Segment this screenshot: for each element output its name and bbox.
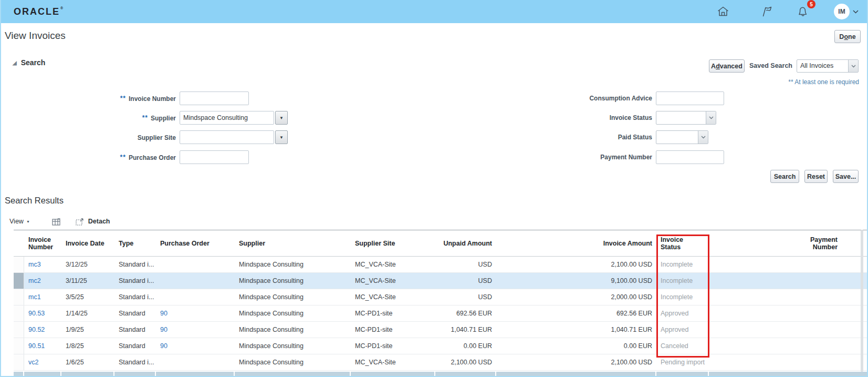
view-invoices-page: ORACLE® 5 IM View Invoices Done ◢: [0, 0, 868, 377]
invoice-number-input[interactable]: [180, 91, 249, 105]
supplier-site-dropdown-button[interactable]: ▼: [275, 130, 288, 144]
cell-supplier: Mindspace Consulting: [235, 338, 351, 354]
payment-number-input[interactable]: [656, 150, 724, 164]
search-results-title: Search Results: [5, 196, 64, 206]
supplier-dropdown-button[interactable]: ▼: [275, 111, 288, 125]
chevron-down-icon[interactable]: [706, 111, 716, 124]
cell-invoice-number[interactable]: vc2: [24, 354, 61, 370]
home-icon[interactable]: [715, 4, 731, 19]
dropdown-arrow-icon: ▼: [279, 135, 284, 140]
notifications-bell-icon[interactable]: 5: [795, 4, 811, 19]
column-header-invoice-amount[interactable]: Invoice Amount: [496, 230, 656, 256]
row-selector[interactable]: [14, 289, 24, 305]
cell-unpaid-amount: USD: [435, 273, 496, 289]
cell-supplier-site: MC-PD1-site: [351, 322, 435, 338]
table-row[interactable]: 90.521/9/25Standard90Mindspace Consultin…: [14, 322, 868, 338]
cell-invoice-number[interactable]: 90.52: [24, 322, 61, 338]
avatar[interactable]: IM: [834, 4, 850, 19]
supplier-input[interactable]: [180, 111, 274, 125]
column-header-invoice-status[interactable]: Invoice Status: [656, 230, 709, 256]
query-by-example-icon[interactable]: [52, 218, 61, 226]
done-button[interactable]: Done: [834, 30, 861, 43]
table-scrollbar[interactable]: [861, 230, 863, 372]
cell-purchase-order[interactable]: 90: [156, 305, 235, 321]
collapse-triangle-icon: ◢: [13, 60, 17, 66]
column-header-unpaid-amount[interactable]: Unpaid Amount: [435, 230, 496, 256]
cell-unpaid-amount: 1,040.71 EUR: [435, 322, 496, 338]
invoice-status-label: Invoice Status: [541, 111, 652, 125]
cell-invoice-date: 1/14/25: [61, 305, 114, 321]
user-menu[interactable]: IM: [834, 4, 859, 19]
advanced-button[interactable]: Advanced: [709, 59, 745, 73]
column-header-supplier-site[interactable]: Supplier Site: [351, 230, 435, 256]
table-row[interactable]: 90.511/8/25Standard90Mindspace Consultin…: [14, 338, 868, 354]
row-selector[interactable]: [14, 257, 24, 272]
cell-payment-number: [709, 257, 868, 272]
flag-icon[interactable]: [759, 4, 775, 19]
cell-payment-number: [709, 354, 868, 370]
results-toolbar: View ▼ Detach: [9, 216, 110, 227]
chevron-down-icon[interactable]: [698, 131, 708, 144]
table-row[interactable]: mc33/12/25Standard i...Mindspace Consult…: [14, 257, 868, 273]
column-header-type[interactable]: Type: [114, 230, 156, 256]
selector-column-header: [14, 230, 24, 256]
consumption-advice-input[interactable]: [656, 91, 724, 105]
paid-status-select[interactable]: [656, 130, 708, 144]
horizontal-scroll-band[interactable]: [14, 372, 868, 376]
purchase-order-label: **Purchase Order: [65, 150, 176, 165]
column-header-invoice-number[interactable]: Invoice Number: [24, 230, 61, 256]
row-selector[interactable]: [14, 354, 24, 370]
column-header-purchase-order[interactable]: Purchase Order: [156, 230, 235, 256]
chevron-down-icon: [853, 10, 859, 14]
row-selector[interactable]: [14, 322, 24, 338]
view-menu-button[interactable]: View ▼: [9, 218, 30, 225]
cell-purchase-order[interactable]: 90: [156, 338, 235, 354]
column-header-payment-number[interactable]: Payment Number: [709, 230, 868, 256]
saved-search-label: Saved Search: [749, 59, 792, 73]
cell-invoice-amount: 2,100.00 USD: [496, 257, 656, 272]
row-selector[interactable]: [14, 273, 24, 289]
cell-supplier: Mindspace Consulting: [235, 354, 351, 370]
saved-search-select[interactable]: All Invoices: [797, 59, 859, 73]
table-row[interactable]: mc23/11/25Standard i...Mindspace Consult…: [14, 273, 868, 289]
cell-unpaid-amount: 0.00 EUR: [435, 338, 496, 354]
row-selector[interactable]: [14, 305, 24, 321]
column-header-supplier[interactable]: Supplier: [235, 230, 351, 256]
chevron-down-icon[interactable]: [848, 60, 858, 72]
cell-invoice-number[interactable]: mc1: [24, 289, 61, 305]
column-header-invoice-date[interactable]: Invoice Date: [61, 230, 114, 256]
table-row[interactable]: 90.531/14/25Standard90Mindspace Consulti…: [14, 305, 868, 322]
page-title: View Invoices: [5, 30, 66, 42]
cell-invoice-number[interactable]: 90.53: [24, 305, 61, 321]
cell-supplier-site: MC_VCA-Site: [351, 289, 435, 305]
cell-payment-number: [709, 322, 868, 338]
table-row[interactable]: vc21/6/25Standard i...Mindspace Consulti…: [14, 354, 868, 371]
purchase-order-input[interactable]: [180, 150, 249, 164]
supplier-site-input[interactable]: [180, 130, 274, 144]
row-selector[interactable]: [14, 338, 24, 354]
search-section-header[interactable]: ◢ Search: [13, 58, 45, 67]
cell-invoice-date: 3/11/25: [61, 273, 114, 289]
cell-invoice-status: Incomplete: [656, 289, 709, 305]
cell-supplier: Mindspace Consulting: [235, 322, 351, 338]
cell-invoice-date: 3/12/25: [61, 257, 114, 272]
cell-invoice-date: 1/9/25: [61, 322, 114, 338]
cell-type: Standard i...: [114, 257, 156, 272]
search-button[interactable]: Search: [770, 170, 799, 183]
detach-button[interactable]: Detach: [76, 218, 110, 226]
oracle-logo: ORACLE®: [14, 6, 64, 17]
cell-payment-number: [709, 338, 868, 354]
search-section-title: Search: [21, 58, 46, 67]
cell-invoice-number[interactable]: mc3: [24, 257, 61, 272]
cell-supplier-site: MC_VCA-Site: [351, 273, 435, 289]
table-row[interactable]: mc13/5/25Standard i...Mindspace Consulti…: [14, 289, 868, 305]
cell-purchase-order[interactable]: 90: [156, 322, 235, 338]
cell-invoice-number[interactable]: mc2: [24, 273, 61, 289]
save-button[interactable]: Save...: [833, 170, 859, 183]
cell-supplier-site: MC_VCA-Site: [351, 354, 435, 370]
cell-invoice-amount: 9,100.00 USD: [496, 273, 656, 289]
cell-payment-number: [709, 289, 868, 305]
invoice-status-select[interactable]: [656, 111, 716, 125]
reset-button[interactable]: Reset: [804, 170, 828, 183]
cell-invoice-number[interactable]: 90.51: [24, 338, 61, 354]
